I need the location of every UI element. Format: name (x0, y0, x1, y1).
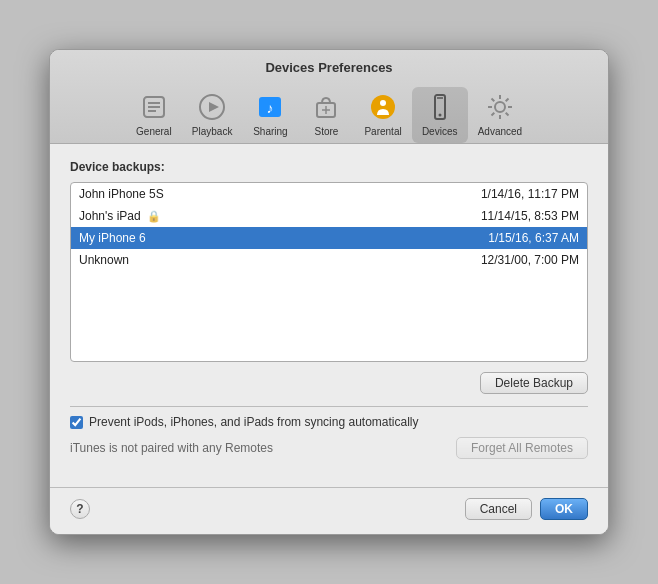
divider (70, 406, 588, 407)
remotes-status-text: iTunes is not paired with any Remotes (70, 441, 273, 455)
table-row[interactable]: My iPhone 6 1/15/16, 6:37 AM (71, 227, 587, 249)
svg-point-12 (380, 100, 386, 106)
remotes-row: iTunes is not paired with any Remotes Fo… (70, 437, 588, 459)
svg-line-24 (491, 113, 494, 116)
svg-line-22 (506, 113, 509, 116)
device-name: John iPhone 5S (79, 187, 164, 201)
backup-date: 1/15/16, 6:37 AM (488, 231, 579, 245)
row-name: My iPhone 6 (79, 231, 146, 245)
backup-date: 11/14/15, 8:53 PM (481, 209, 579, 223)
toolbar-item-devices[interactable]: Devices (412, 87, 468, 143)
svg-text:♪: ♪ (267, 100, 274, 116)
device-name: My iPhone 6 (79, 231, 146, 245)
row-name: John's iPad 🔒 (79, 209, 161, 223)
svg-point-14 (438, 114, 441, 117)
backup-list: John iPhone 5S 1/14/16, 11:17 PM John's … (70, 182, 588, 362)
table-row[interactable]: John's iPad 🔒 11/14/15, 8:53 PM (71, 205, 587, 227)
row-name: Unknown (79, 253, 129, 267)
lock-icon: 🔒 (147, 210, 161, 223)
device-name: John's iPad (79, 209, 141, 223)
row-name: John iPhone 5S (79, 187, 164, 201)
store-label: Store (314, 126, 338, 137)
ok-button[interactable]: OK (540, 498, 588, 520)
store-icon (310, 91, 342, 123)
backups-section-label: Device backups: (70, 160, 588, 174)
general-label: General (136, 126, 172, 137)
toolbar-item-general[interactable]: General (126, 87, 182, 143)
toolbar-item-parental[interactable]: Parental (354, 87, 411, 143)
toolbar-item-store[interactable]: Store (298, 87, 354, 143)
svg-point-11 (371, 95, 395, 119)
svg-marker-5 (209, 102, 219, 112)
prevent-sync-label: Prevent iPods, iPhones, and iPads from s… (89, 415, 419, 429)
toolbar-item-sharing[interactable]: ♪ Sharing (242, 87, 298, 143)
svg-point-16 (495, 102, 505, 112)
sharing-icon: ♪ (254, 91, 286, 123)
main-content: Device backups: John iPhone 5S 1/14/16, … (50, 144, 608, 487)
backup-date: 12/31/00, 7:00 PM (481, 253, 579, 267)
footer-buttons: Cancel OK (465, 498, 588, 520)
playback-icon (196, 91, 228, 123)
parental-icon (367, 91, 399, 123)
prevent-sync-checkbox[interactable] (70, 416, 83, 429)
svg-line-21 (491, 99, 494, 102)
dialog-title: Devices Preferences (50, 60, 608, 75)
toolbar-item-playback[interactable]: Playback (182, 87, 243, 143)
titlebar: Devices Preferences General (50, 50, 608, 144)
sharing-label: Sharing (253, 126, 287, 137)
svg-line-23 (506, 99, 509, 102)
parental-label: Parental (364, 126, 401, 137)
forget-remotes-button[interactable]: Forget All Remotes (456, 437, 588, 459)
table-row[interactable]: John iPhone 5S 1/14/16, 11:17 PM (71, 183, 587, 205)
cancel-button[interactable]: Cancel (465, 498, 532, 520)
table-row[interactable]: Unknown 12/31/00, 7:00 PM (71, 249, 587, 271)
toolbar-item-advanced[interactable]: Advanced (468, 87, 532, 143)
general-icon (138, 91, 170, 123)
devices-label: Devices (422, 126, 458, 137)
advanced-label: Advanced (478, 126, 522, 137)
delete-row: Delete Backup (70, 372, 588, 394)
toolbar: General Playback ♪ (50, 83, 608, 143)
delete-backup-button[interactable]: Delete Backup (480, 372, 588, 394)
devices-preferences-dialog: Devices Preferences General (49, 49, 609, 535)
backup-date: 1/14/16, 11:17 PM (481, 187, 579, 201)
playback-label: Playback (192, 126, 233, 137)
devices-icon (424, 91, 456, 123)
help-button[interactable]: ? (70, 499, 90, 519)
advanced-icon (484, 91, 516, 123)
dialog-footer: ? Cancel OK (50, 487, 608, 534)
device-name: Unknown (79, 253, 129, 267)
prevent-sync-row: Prevent iPods, iPhones, and iPads from s… (70, 415, 588, 429)
